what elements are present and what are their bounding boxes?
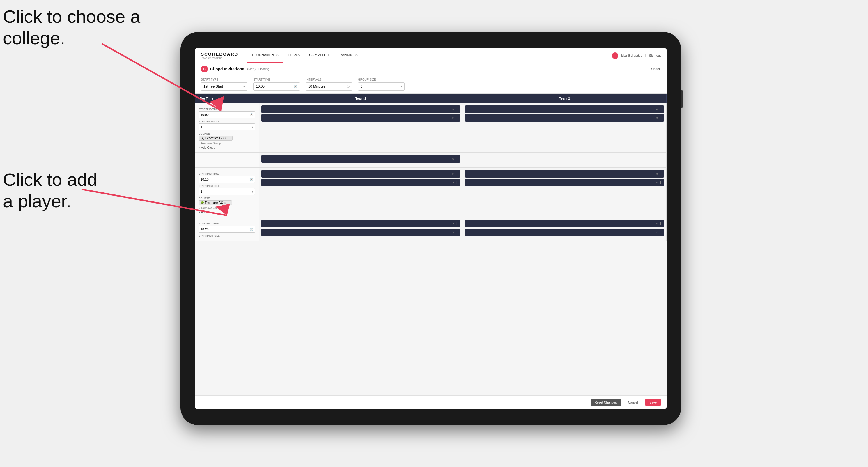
cancel-button[interactable]: Cancel	[624, 399, 643, 406]
table-header: Tee Time Team 1 Team 2	[195, 94, 666, 103]
player-slot-1b-1[interactable]: × ⋮	[261, 155, 460, 163]
settings-bar: Start Type 1st Tee Start ▾ Start Time 10…	[195, 75, 666, 94]
group-size-input[interactable]: 3 ▾	[358, 83, 405, 91]
starting-hole-label-3: STARTING HOLE:	[198, 235, 255, 237]
hosting-label: Hosting	[258, 67, 269, 71]
player-x-icon-2-2[interactable]: ×	[452, 181, 454, 184]
add-group-btn-2[interactable]: + Add Group	[198, 211, 255, 214]
starting-time-label-3: STARTING TIME:	[198, 222, 255, 225]
start-type-field: Start Type 1st Tee Start ▾	[201, 78, 247, 91]
player-expand-icon-3-2[interactable]: ⋮	[455, 230, 459, 235]
remove-course-icon-1[interactable]: ×	[225, 136, 226, 140]
starting-time-label-1: STARTING TIME:	[198, 108, 255, 111]
player-slot-3-1[interactable]: × ⋮	[261, 220, 460, 227]
player-expand-icon-3-1[interactable]: ⋮	[455, 222, 459, 226]
remove-group-btn-2[interactable]: ○ Remove Group	[198, 207, 255, 210]
player-x-icon[interactable]: ×	[452, 107, 454, 111]
player-slot-t2-3-2[interactable]: × ⋮	[465, 228, 664, 236]
nav-link-tournaments[interactable]: TOURNAMENTS	[247, 48, 283, 63]
starting-hole-input-2[interactable]: 1 ▾	[198, 188, 255, 195]
start-time-input[interactable]: 10:00 🕐	[253, 83, 300, 91]
course-tag-2[interactable]: 🌳 East Lake GC × ⋮	[198, 200, 232, 205]
player-expand-icon-t2-1[interactable]: ⋮	[659, 107, 662, 111]
chevron-icon-2: ▾	[252, 190, 253, 193]
remove-group-btn-1[interactable]: ○ Remove Group	[198, 142, 255, 145]
player-slot-1-2[interactable]: × ⋮	[261, 114, 460, 122]
player-slot-2-2[interactable]: × ⋮	[261, 179, 460, 186]
player-x-icon-t2-2-1[interactable]: ×	[656, 172, 658, 176]
player-slot-t2-2-1[interactable]: × ⋮	[465, 170, 664, 178]
sign-out-link[interactable]: Sign out	[649, 54, 661, 57]
player-expand-icon-2-2[interactable]: ⋮	[455, 181, 459, 185]
table-row-2: STARTING TIME: 10:10 🕐 STARTING HOLE: 1 …	[195, 168, 666, 217]
player-expand-icon-t2-2-2[interactable]: ⋮	[659, 181, 662, 185]
player-x-icon-t2-1[interactable]: ×	[656, 107, 658, 111]
row-left-1b	[195, 153, 259, 167]
player-x-icon-t2-3-2[interactable]: ×	[656, 230, 658, 234]
starting-time-input-2[interactable]: 10:10 🕐	[198, 176, 255, 183]
course-expand-icon-2[interactable]: ⋮	[227, 201, 230, 205]
team2-cell-2: × ⋮ × ⋮	[463, 168, 666, 217]
player-slot-2-1[interactable]: × ⋮	[261, 170, 460, 178]
starting-hole-input-1[interactable]: 1 ▾	[198, 123, 255, 130]
player-x-icon-2[interactable]: ×	[452, 116, 454, 120]
start-type-input[interactable]: 1st Tee Start ▾	[201, 83, 247, 91]
player-expand-icon-2[interactable]: ⋮	[455, 116, 459, 120]
player-expand-icon-2-1[interactable]: ⋮	[455, 172, 459, 176]
player-x-icon-t2-2[interactable]: ×	[656, 116, 658, 120]
group-size-label: Group Size	[358, 78, 405, 81]
tournament-badge: (Men)	[247, 67, 255, 71]
player-x-icon-3-1[interactable]: ×	[452, 222, 454, 225]
add-group-btn-1[interactable]: + Add Group	[198, 146, 255, 149]
table-row-3: STARTING TIME: 10:20 🕐 STARTING HOLE: × …	[195, 217, 666, 241]
starting-hole-label-1: STARTING HOLE:	[198, 120, 255, 123]
nav-bar: SCOREBOARD Powered by clippd TOURNAMENTS…	[195, 48, 666, 63]
chevron-icon-1: ▾	[252, 125, 253, 129]
nav-link-rankings[interactable]: RANKINGS	[335, 48, 362, 63]
starting-time-input-3[interactable]: 10:20 🕐	[198, 226, 255, 232]
player-expand-icon-1b[interactable]: ⋮	[455, 157, 459, 161]
intervals-input[interactable]: 10 Minutes ⓘ	[306, 83, 352, 91]
row-left-2: STARTING TIME: 10:10 🕐 STARTING HOLE: 1 …	[195, 168, 259, 217]
plus-icon-1: +	[198, 146, 200, 149]
player-x-icon-3-2[interactable]: ×	[452, 230, 454, 234]
clock-icon-3: 🕐	[250, 228, 253, 231]
player-expand-icon[interactable]: ⋮	[455, 107, 459, 111]
player-x-icon-1b[interactable]: ×	[452, 157, 454, 161]
player-x-icon-t2-2-2[interactable]: ×	[656, 181, 658, 184]
player-slot-t2-1-2[interactable]: × ⋮	[465, 114, 664, 122]
reset-changes-button[interactable]: Reset Changes	[591, 399, 621, 406]
player-x-icon-2-1[interactable]: ×	[452, 172, 454, 176]
player-slot-3-2[interactable]: × ⋮	[261, 228, 460, 236]
starting-time-input-1[interactable]: 10:00 🕐	[198, 111, 255, 118]
nav-link-teams[interactable]: TEAMS	[283, 48, 305, 63]
player-expand-icon-t2-3-2[interactable]: ⋮	[659, 230, 662, 235]
back-button[interactable]: ‹ Back	[651, 67, 661, 71]
player-slot-1-1[interactable]: × ⋮	[261, 105, 460, 113]
nav-link-committee[interactable]: COMMITTEE	[305, 48, 335, 63]
player-expand-icon-t2-2[interactable]: ⋮	[659, 116, 662, 120]
clippd-logo: C	[201, 65, 208, 72]
team1-cell-1b: × ⋮	[259, 153, 463, 167]
save-button[interactable]: Save	[645, 399, 661, 406]
course-expand-icon-1[interactable]: ⋮	[228, 136, 230, 140]
tournament-title: Clippd Invitational	[210, 67, 245, 71]
chevron-down-icon-2: ▾	[401, 85, 402, 88]
course-tag-1[interactable]: (A) Peachtree GC × ⋮	[198, 136, 232, 141]
nav-logo-sub: Powered by clippd	[201, 57, 238, 59]
row-left-3: STARTING TIME: 10:20 🕐 STARTING HOLE:	[195, 217, 259, 241]
player-x-icon-t2-3-1[interactable]: ×	[656, 222, 658, 225]
table-content: STARTING TIME: 10:00 🕐 STARTING HOLE: 1 …	[195, 103, 666, 395]
clock-icon: 🕐	[294, 85, 297, 88]
minus-icon-1: ○	[198, 142, 200, 145]
table-footer: Reset Changes Cancel Save	[195, 395, 666, 409]
player-slot-t2-2-2[interactable]: × ⋮	[465, 179, 664, 186]
player-slot-t2-3-1[interactable]: × ⋮	[465, 220, 664, 227]
sub-header: C Clippd Invitational (Men) Hosting ‹ Ba…	[195, 63, 666, 75]
col-team1: Team 1	[259, 94, 463, 103]
player-slot-t2-1-1[interactable]: × ⋮	[465, 105, 664, 113]
remove-course-icon-2[interactable]: ×	[224, 201, 226, 205]
player-expand-icon-t2-2-1[interactable]: ⋮	[659, 172, 662, 176]
starting-time-label-2: STARTING TIME:	[198, 173, 255, 175]
player-expand-icon-t2-3-1[interactable]: ⋮	[659, 222, 662, 226]
